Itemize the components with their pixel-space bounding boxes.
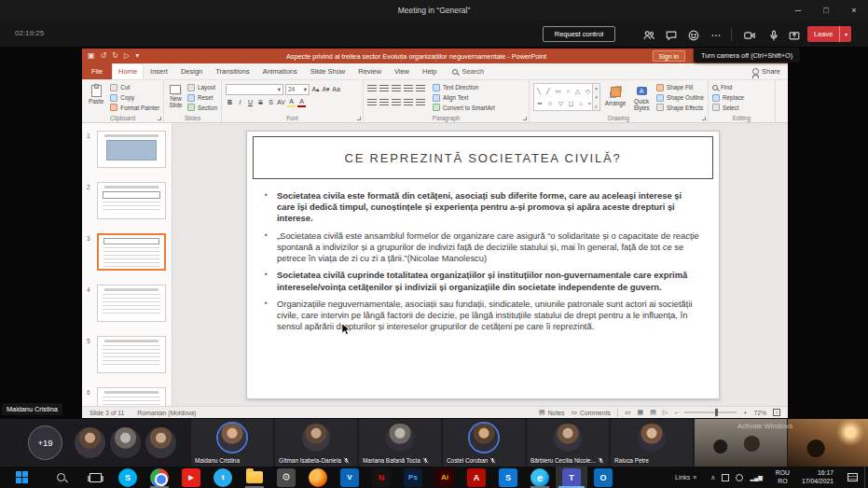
strikethrough-button[interactable]: S — [256, 99, 265, 105]
shapes-gallery-items[interactable]: ╲ ╱ ▭ ○ △ ◇⇒ ☆ ▽ ◻ ⌂ ≈ — [533, 83, 593, 111]
participant-tile[interactable]: Gîtman Isabela-Daniela — [275, 419, 357, 467]
tab-review[interactable]: Review — [351, 63, 388, 79]
change-case-button[interactable]: Aa — [332, 86, 340, 92]
layout-button[interactable]: Layout — [187, 83, 217, 92]
reading-view-button[interactable]: ▤ — [650, 409, 656, 416]
increase-indent-button[interactable] — [404, 85, 413, 93]
bold-button[interactable]: B — [226, 99, 234, 105]
microphone-icon[interactable] — [766, 28, 781, 43]
taskbar-app-settings[interactable]: ⚙ — [270, 467, 302, 488]
leave-button[interactable]: Leave ▾ — [807, 26, 851, 42]
arrange-button[interactable]: Arrange — [604, 83, 627, 112]
participant-tile[interactable]: Bărbieru Cecilia Nicole... — [527, 419, 609, 467]
slide-thumbnail-5[interactable] — [97, 336, 166, 373]
action-center-button[interactable] — [840, 467, 864, 488]
maximize-button[interactable]: □ — [812, 0, 840, 21]
section-button[interactable]: Section — [187, 103, 217, 112]
taskbar-app-vscode[interactable]: V — [334, 467, 365, 488]
replace-button[interactable]: Replace — [712, 93, 744, 103]
tab-file[interactable]: File — [82, 63, 112, 79]
columns-button[interactable] — [416, 99, 425, 107]
zoom-slider-thumb[interactable] — [715, 409, 718, 416]
participant-tile[interactable]: Costel Coroban — [443, 419, 525, 467]
system-tray[interactable]: ∧ ▂▄▆ — [703, 474, 770, 481]
justify-button[interactable] — [404, 99, 413, 107]
paste-button[interactable]: Paste — [86, 83, 106, 112]
taskbar-app-youtube[interactable]: ▶ — [175, 467, 207, 488]
zoom-out-button[interactable]: − — [674, 410, 678, 416]
slide-sorter-view-button[interactable]: ▦ — [638, 409, 644, 416]
slide-thumbnail-6[interactable] — [97, 387, 166, 406]
zoom-slider[interactable] — [684, 411, 737, 413]
taskbar-app-netflix[interactable]: N — [365, 467, 397, 488]
minimize-button[interactable]: ─ — [784, 0, 812, 21]
taskbar-app-edge[interactable]: e — [524, 467, 556, 488]
participant-tile[interactable]: Mariana Bafană Tocia — [359, 419, 441, 467]
taskbar-search-button[interactable] — [43, 467, 78, 488]
slide-thumbnail-3-selected[interactable] — [97, 233, 166, 271]
slide-thumbnail-1[interactable] — [97, 131, 166, 168]
cut-button[interactable]: Cut — [110, 83, 159, 92]
align-center-button[interactable] — [379, 99, 389, 107]
convert-smartart-button[interactable]: Convert to SmartArt — [433, 103, 495, 112]
character-spacing-button[interactable]: AV — [277, 99, 285, 105]
font-dialog-launcher[interactable] — [357, 117, 361, 120]
tab-help[interactable]: Help — [416, 63, 443, 79]
font-name-combo[interactable]: ▾ — [226, 84, 283, 95]
taskbar-app-firefox[interactable] — [302, 467, 334, 488]
participant-tile[interactable]: Raluca Petre — [611, 419, 693, 467]
slide-title-placeholder[interactable]: CE REPREZINTĂ SOCIETATEA CIVILĂ? — [253, 136, 713, 179]
slide-thumbnail-4[interactable] — [97, 285, 166, 322]
more-options-icon[interactable] — [709, 28, 723, 43]
tray-app-icon[interactable] — [736, 474, 743, 481]
zoom-level[interactable]: 72% — [753, 410, 766, 416]
grow-font-button[interactable]: A▴ — [311, 86, 320, 93]
paragraph-dialog-launcher[interactable] — [523, 117, 527, 120]
participant-avatar[interactable] — [110, 427, 141, 458]
customize-toolbar-icon[interactable]: ▾ — [135, 52, 139, 60]
find-button[interactable]: Find — [712, 83, 744, 92]
shape-fill-button[interactable]: Shape Fill — [656, 83, 704, 92]
shape-effects-button[interactable]: Shape Effects — [656, 103, 704, 112]
font-color-button[interactable]: A — [297, 98, 306, 107]
taskbar-app-skype[interactable]: S — [112, 467, 144, 488]
slide-body-placeholder[interactable]: Societatea civila este formată din cetăț… — [275, 190, 700, 338]
tray-app-icon[interactable] — [722, 474, 729, 481]
camera-icon[interactable] — [742, 28, 757, 43]
shrink-font-button[interactable]: A▾ — [322, 86, 330, 93]
format-painter-button[interactable]: Format Painter — [110, 103, 159, 112]
undo-icon[interactable]: ↺ — [101, 52, 107, 60]
ribbon-search[interactable]: Search — [452, 63, 484, 79]
sign-in-button[interactable]: Sign in — [653, 50, 685, 62]
font-size-combo[interactable]: 24▾ — [285, 84, 310, 95]
taskbar-app-telegram[interactable]: t — [207, 467, 239, 488]
show-desktop-button[interactable] — [864, 467, 868, 488]
taskbar-app-teams-active[interactable]: T — [556, 467, 587, 488]
align-left-button[interactable] — [367, 99, 377, 107]
participant-tile[interactable]: Maidanu Cristina — [191, 419, 273, 467]
taskbar-app-photoshop[interactable]: Ps — [397, 467, 429, 488]
overflow-participants-badge[interactable]: +19 — [28, 425, 62, 460]
hidden-icons-chevron[interactable]: ∧ — [710, 474, 715, 481]
numbering-button[interactable] — [379, 85, 389, 93]
request-control-button[interactable]: Request control — [543, 26, 615, 42]
start-button[interactable] — [0, 467, 43, 488]
shapes-gallery[interactable]: ╲ ╱ ▭ ○ △ ◇⇒ ☆ ▽ ◻ ⌂ ≈ ▴▾≡ — [533, 83, 600, 112]
taskbar-app-chrome[interactable] — [144, 467, 175, 488]
reset-button[interactable]: Reset — [187, 93, 217, 103]
tab-view[interactable]: View — [388, 63, 416, 79]
redo-icon[interactable]: ↻ — [112, 52, 118, 60]
tab-transitions[interactable]: Transitions — [209, 63, 255, 79]
reactions-icon[interactable] — [686, 28, 701, 43]
text-direction-button[interactable]: Text Direction — [433, 83, 495, 92]
task-view-button[interactable] — [78, 467, 112, 488]
copy-button[interactable]: Copy — [110, 93, 159, 103]
taskbar-clock[interactable]: 16:17 17/04/2021 — [795, 469, 840, 484]
tab-animations[interactable]: Animations — [256, 63, 304, 79]
text-shadow-button[interactable]: S — [267, 99, 275, 105]
tab-slideshow[interactable]: Slide Show — [304, 63, 352, 79]
chat-icon[interactable] — [664, 28, 679, 43]
language-indicator[interactable]: Romanian (Moldova) — [137, 410, 196, 416]
taskbar-app-acrobat[interactable]: A — [461, 467, 492, 488]
tab-home[interactable]: Home — [112, 63, 144, 79]
